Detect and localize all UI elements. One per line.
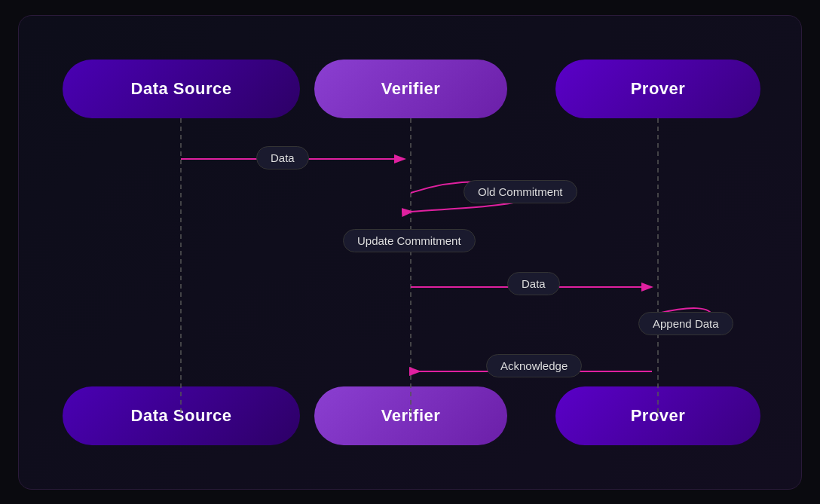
node-datasource-bot: Data Source <box>63 386 300 445</box>
datasource-top-label: Data Source <box>131 79 232 99</box>
prover-bot-label: Prover <box>631 406 686 426</box>
verifier-bot-label: Verifier <box>381 406 441 426</box>
verifier-top-label: Verifier <box>381 79 441 99</box>
diagram-container: Data Source Verifier Prover Data Source … <box>18 15 802 490</box>
node-verifier-bot: Verifier <box>314 386 507 445</box>
datasource-bot-label: Data Source <box>131 406 232 426</box>
label-update-commitment: Update Commitment <box>343 229 476 252</box>
label-append-data: Append Data <box>638 312 733 335</box>
prover-top-label: Prover <box>631 79 686 99</box>
label-acknowledge: Acknowledge <box>486 354 582 377</box>
node-prover-bot: Prover <box>555 386 760 445</box>
label-data-2: Data <box>507 272 560 295</box>
label-data-1: Data <box>256 146 309 170</box>
node-prover-top: Prover <box>555 60 760 118</box>
node-verifier-top: Verifier <box>314 60 507 118</box>
node-datasource-top: Data Source <box>63 60 300 118</box>
label-old-commitment: Old Commitment <box>464 180 577 203</box>
